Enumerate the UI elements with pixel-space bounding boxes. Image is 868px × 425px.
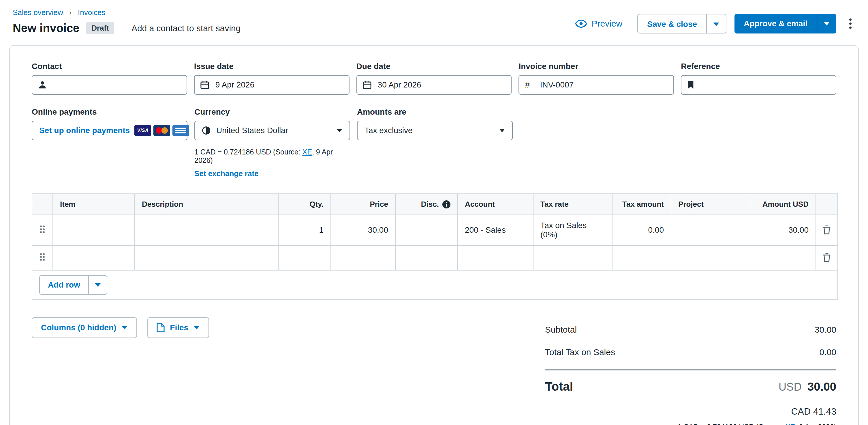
- tax-rate-cell[interactable]: [533, 246, 612, 270]
- breadcrumb: Sales overview › Invoices: [13, 8, 241, 17]
- files-button[interactable]: Files: [147, 317, 209, 338]
- exchange-note-prefix: 1 CAD = 0.724186 USD (Source:: [677, 423, 785, 425]
- description-cell[interactable]: [135, 215, 278, 246]
- save-close-dropdown-button[interactable]: [706, 15, 726, 33]
- tax-rate-cell[interactable]: Tax on Sales (0%): [533, 215, 612, 246]
- contact-input[interactable]: [32, 75, 187, 95]
- col-header-description[interactable]: Description: [135, 194, 278, 215]
- qty-cell[interactable]: [278, 246, 331, 270]
- drag-handle[interactable]: [32, 246, 53, 270]
- trash-icon: [823, 253, 831, 262]
- files-button-label: Files: [170, 323, 188, 332]
- columns-button[interactable]: Columns (0 hidden): [32, 317, 137, 338]
- account-cell[interactable]: [458, 246, 533, 270]
- currency-coin-icon: [202, 126, 211, 135]
- card-brand-icons: VISA: [134, 125, 189, 136]
- header-left: Sales overview › Invoices New invoice Dr…: [13, 8, 241, 35]
- amount-cell[interactable]: [750, 246, 816, 270]
- breadcrumb-separator: ›: [69, 8, 72, 17]
- amounts-are-select[interactable]: Tax exclusive: [357, 121, 513, 140]
- exchange-rate-note: 1 CAD = 0.724186 USD (Source: XE, 9 Apr …: [194, 148, 350, 165]
- reference-label: Reference: [681, 62, 836, 71]
- currency-select[interactable]: United States Dollar: [194, 121, 350, 140]
- project-cell[interactable]: [671, 246, 750, 270]
- bottom-section: Columns (0 hidden) Files Subtotal 30.00: [32, 317, 836, 425]
- chevron-down-icon: [499, 129, 505, 133]
- subtotal-row: Subtotal 30.00: [545, 318, 836, 341]
- item-cell[interactable]: [53, 246, 135, 270]
- col-header-amount-usd[interactable]: Amount USD: [750, 194, 816, 215]
- invoice-number-input[interactable]: [519, 75, 674, 95]
- contact-label: Contact: [32, 62, 187, 71]
- col-header-price[interactable]: Price: [331, 194, 395, 215]
- amount-cell[interactable]: 30.00: [750, 215, 816, 246]
- add-row-split-button: Add row: [39, 275, 107, 295]
- total-tax-row: Total Tax on Sales 0.00: [545, 341, 836, 364]
- disc-cell[interactable]: [395, 246, 458, 270]
- approve-email-split-button: Approve & email: [735, 14, 836, 33]
- disc-cell[interactable]: [395, 215, 458, 246]
- title-row: New invoice Draft Add a contact to start…: [13, 22, 241, 35]
- tax-amount-cell[interactable]: 0.00: [612, 215, 671, 246]
- disc-header-label: Disc.: [421, 200, 439, 209]
- due-date-input[interactable]: [356, 75, 512, 95]
- xe-link[interactable]: XE: [303, 148, 312, 156]
- total-label: Total: [545, 380, 573, 394]
- price-cell[interactable]: [331, 246, 395, 270]
- drag-column-header: [32, 194, 53, 215]
- eye-icon: [575, 19, 587, 28]
- invoice-number-label: Invoice number: [519, 62, 674, 71]
- tax-amount-cell[interactable]: [612, 246, 671, 270]
- total-currency: USD: [779, 381, 802, 393]
- chevron-down-icon: [336, 129, 343, 133]
- delete-row-button[interactable]: [822, 224, 832, 235]
- add-row-button[interactable]: Add row: [40, 276, 88, 294]
- breadcrumb-sales-overview[interactable]: Sales overview: [13, 8, 63, 17]
- col-header-project[interactable]: Project: [671, 194, 750, 215]
- col-header-item[interactable]: Item: [53, 194, 135, 215]
- info-icon[interactable]: [442, 200, 451, 208]
- col-header-tax-amount[interactable]: Tax amount: [612, 194, 671, 215]
- approve-email-dropdown-button[interactable]: [817, 14, 836, 33]
- exchange-rate-note-bottom: 1 CAD = 0.724186 USD (Source: XE, 9 Apr …: [545, 423, 836, 425]
- subtotal-value: 30.00: [815, 325, 836, 335]
- table-tools: Columns (0 hidden) Files: [32, 317, 209, 425]
- kebab-icon: [849, 18, 852, 29]
- add-row-dropdown-button[interactable]: [88, 276, 107, 294]
- exchange-note-prefix: 1 CAD = 0.724186 USD (Source:: [194, 148, 303, 156]
- delete-column-header: [816, 194, 838, 215]
- col-header-qty[interactable]: Qty.: [278, 194, 331, 215]
- delete-row-button[interactable]: [822, 252, 832, 263]
- add-row-footer: Add row: [32, 270, 838, 300]
- col-header-tax-rate[interactable]: Tax rate: [533, 194, 612, 215]
- approve-email-button[interactable]: Approve & email: [735, 14, 817, 33]
- subtotal-label: Subtotal: [545, 325, 577, 335]
- preview-button[interactable]: Preview: [575, 19, 623, 29]
- xe-link[interactable]: XE: [785, 423, 795, 425]
- qty-cell[interactable]: 1: [278, 215, 331, 246]
- description-cell[interactable]: [135, 246, 278, 270]
- header-actions: Preview Save & close Approve & email: [575, 14, 855, 33]
- save-close-split-button: Save & close: [637, 14, 726, 33]
- overflow-menu-button[interactable]: [845, 16, 855, 31]
- amounts-are-field: Amounts are Tax exclusive: [357, 107, 513, 178]
- item-cell[interactable]: [53, 215, 135, 246]
- issue-date-label: Issue date: [194, 62, 349, 71]
- currency-label: Currency: [194, 107, 350, 117]
- save-close-button[interactable]: Save & close: [638, 15, 706, 33]
- online-payments-label: Online payments: [32, 107, 187, 117]
- col-header-account[interactable]: Account: [458, 194, 533, 215]
- project-cell[interactable]: [671, 215, 750, 246]
- col-header-disc[interactable]: Disc.: [395, 194, 458, 215]
- breadcrumb-invoices[interactable]: Invoices: [78, 8, 105, 17]
- setup-online-payments-button[interactable]: Set up online payments VISA: [32, 121, 187, 140]
- invoice-card: Contact Issue date Due dat: [9, 45, 859, 425]
- account-cell[interactable]: 200 - Sales: [458, 215, 533, 246]
- reference-input[interactable]: [681, 75, 836, 95]
- status-badge: Draft: [86, 22, 114, 34]
- price-cell[interactable]: 30.00: [331, 215, 395, 246]
- drag-handle[interactable]: [32, 215, 53, 246]
- set-exchange-rate-link[interactable]: Set exchange rate: [194, 169, 259, 178]
- chevron-down-icon: [121, 326, 128, 330]
- issue-date-input[interactable]: [194, 75, 349, 95]
